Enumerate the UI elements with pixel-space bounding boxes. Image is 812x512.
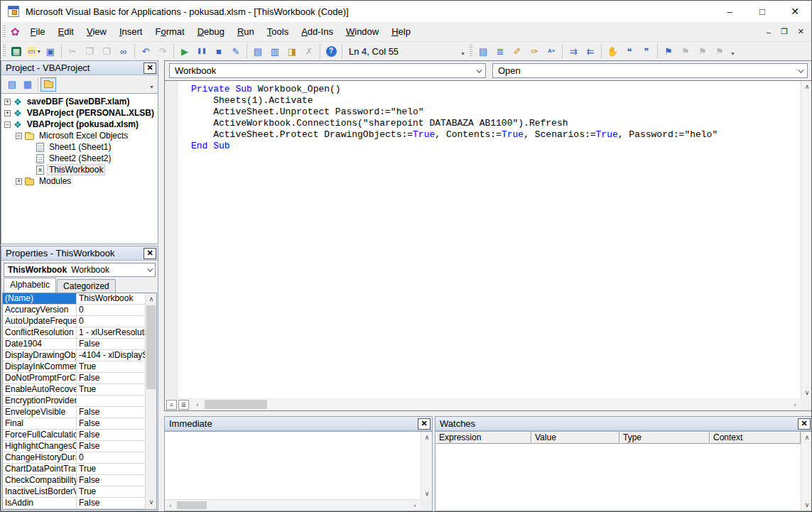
property-value[interactable]: False	[77, 418, 145, 429]
scroll-down-icon[interactable]: ∨	[146, 496, 157, 508]
property-row[interactable]: HighlightChangesOnFalse	[3, 441, 145, 452]
property-name[interactable]: Date1904	[3, 339, 77, 349]
property-value[interactable]: False	[77, 407, 145, 418]
uncomment-block-button[interactable]: ❞	[638, 43, 655, 59]
property-row[interactable]: (Name)ThisWorkbook	[3, 293, 145, 305]
collapse-icon[interactable]: −	[4, 121, 11, 128]
property-value[interactable]: 0	[77, 316, 145, 327]
property-row[interactable]: EnvelopeVisibleFalse	[3, 407, 145, 418]
immediate-panel-header[interactable]: Immediate ✕	[165, 417, 432, 431]
immediate-vertical-scrollbar[interactable]: ∧ ∨	[421, 432, 432, 499]
project-explorer-button[interactable]: ▤	[249, 43, 266, 59]
clear-bookmarks-button[interactable]: ⚑	[711, 43, 728, 59]
object-dropdown[interactable]: Workbook	[169, 63, 486, 78]
property-row[interactable]: ChangeHistoryDurat0	[3, 452, 145, 464]
full-module-view-button[interactable]: ≣	[178, 400, 189, 410]
menu-debug[interactable]: Debug	[191, 22, 231, 41]
property-name[interactable]: (Name)	[3, 293, 77, 304]
code-line[interactable]: End Sub	[191, 141, 801, 152]
procedure-view-button[interactable]: ≡	[166, 400, 177, 410]
property-row[interactable]: Date1904False	[3, 339, 145, 350]
property-row[interactable]: EnableAutoRecoverTrue	[3, 384, 145, 396]
property-row[interactable]: InactiveListBorderVisTrue	[3, 486, 145, 498]
close-button[interactable]: ✕	[779, 1, 811, 22]
scroll-down-icon[interactable]: ∨	[801, 499, 812, 511]
menu-format[interactable]: Format	[148, 22, 190, 41]
toolbar-grip[interactable]	[470, 45, 472, 58]
tree-item[interactable]: Sheet1 (Sheet1)	[1, 141, 158, 153]
menu-tools[interactable]: Tools	[261, 22, 295, 41]
property-value[interactable]: True	[77, 384, 145, 395]
code-immediate-splitter[interactable]	[164, 411, 812, 416]
property-value[interactable]: False	[77, 441, 145, 452]
design-mode-button[interactable]: ✎	[227, 43, 244, 59]
scroll-down-icon[interactable]: ∨	[801, 387, 812, 398]
watches-content[interactable]: ExpressionValueTypeContext ∧ ∨	[435, 431, 812, 511]
menu-addins[interactable]: Add-Ins	[295, 22, 340, 41]
code-line[interactable]: Private Sub Workbook_Open()	[191, 84, 801, 95]
code-text[interactable]: Private Sub Workbook_Open() Sheets(1).Ac…	[178, 81, 801, 398]
property-value[interactable]: False	[77, 475, 145, 486]
property-name[interactable]: DisplayDrawingObje	[3, 350, 77, 361]
code-editor[interactable]: Private Sub Workbook_Open() Sheets(1).Ac…	[165, 80, 812, 398]
tree-item[interactable]: +saveDBF (SaveDBF.xlam)	[1, 96, 158, 107]
properties-object-dropdown[interactable]: ThisWorkbook Workbook	[4, 263, 156, 277]
watches-panel-header[interactable]: Watches ✕	[435, 417, 812, 431]
save-button[interactable]: ▣	[42, 43, 59, 59]
menu-help[interactable]: Help	[385, 22, 417, 41]
toolbar-overflow-button[interactable]: ▾	[728, 43, 737, 59]
toolbar-grip[interactable]	[3, 45, 6, 58]
tree-item[interactable]: −Microsoft Excel Objects	[1, 130, 158, 141]
menu-run[interactable]: Run	[231, 22, 261, 41]
indent-button[interactable]: ⇉	[565, 43, 582, 59]
code-margin-bar[interactable]	[165, 81, 178, 398]
property-name[interactable]: AccuracyVersion	[3, 305, 77, 315]
property-value[interactable]: True	[77, 361, 145, 372]
scroll-thumb[interactable]	[146, 305, 156, 389]
tree-item[interactable]: Sheet2 (Sheet2)	[1, 153, 158, 164]
toolbar-overflow-button[interactable]: ▾	[147, 77, 156, 92]
property-row[interactable]: AutoUpdateFrequen0	[3, 316, 145, 327]
properties-window-button[interactable]: ▥	[266, 43, 283, 59]
project-panel-close-button[interactable]: ✕	[144, 62, 156, 74]
quick-info-button[interactable]: ✐	[509, 43, 526, 59]
previous-bookmark-button[interactable]: ⚑	[694, 43, 711, 59]
scroll-thumb[interactable]	[177, 501, 207, 509]
watches-vertical-scrollbar[interactable]: ∧ ∨	[801, 432, 812, 511]
help-button[interactable]: ?	[323, 43, 340, 59]
project-panel-header[interactable]: Project - VBAProject ✕	[1, 61, 158, 75]
code-line[interactable]: ActiveWorkbook.Connections("sharepoint D…	[191, 118, 801, 129]
property-value[interactable]: -4104 - xlDisplaySh	[77, 350, 145, 361]
property-name[interactable]: HighlightChangesOn	[3, 441, 77, 452]
property-value[interactable]	[77, 396, 145, 406]
tab-alphabetic[interactable]: Alphabetic	[4, 278, 56, 293]
property-row[interactable]: ConflictResolution1 - xlUserResolutio	[3, 327, 145, 339]
cut-button[interactable]: ✂	[64, 43, 81, 59]
property-row[interactable]: ForceFullCalculationFalse	[3, 430, 145, 441]
insert-userform-button[interactable]: ▭▾	[25, 43, 42, 59]
property-value[interactable]: False	[77, 339, 145, 349]
panel-splitter[interactable]	[158, 60, 164, 511]
property-value[interactable]: 1 - xlUserResolutio	[77, 327, 145, 338]
menu-insert[interactable]: Insert	[113, 22, 149, 41]
scroll-right-icon[interactable]: ›	[409, 500, 421, 511]
immediate-panel-close-button[interactable]: ✕	[418, 418, 431, 430]
property-name[interactable]: EnableAutoRecover	[3, 384, 77, 395]
property-value[interactable]: 0	[77, 452, 145, 463]
watches-column-context[interactable]: Context	[710, 432, 801, 444]
tab-categorized[interactable]: Categorized	[57, 279, 116, 293]
maximize-button[interactable]: □	[746, 1, 779, 22]
comment-block-button[interactable]: ❝	[621, 43, 638, 59]
scroll-up-icon[interactable]: ∧	[801, 81, 812, 92]
tree-item[interactable]: ThisWorkbook	[1, 164, 158, 175]
property-row[interactable]: DisplayDrawingObje-4104 - xlDisplaySh	[3, 350, 145, 361]
code-vertical-scrollbar[interactable]: ∧ ∨	[801, 81, 812, 398]
code-line[interactable]: ActiveSheet.Unprotect Password:="helo"	[191, 107, 801, 118]
property-name[interactable]: ConflictResolution	[3, 327, 77, 338]
tree-item[interactable]: +Modules	[1, 175, 158, 187]
view-microsoft-excel-button[interactable]: ▦	[8, 43, 25, 59]
find-button[interactable]: ∞	[115, 43, 132, 59]
scroll-left-icon[interactable]: ‹	[165, 500, 176, 511]
scroll-down-icon[interactable]: ∨	[421, 488, 432, 499]
property-name[interactable]: AutoUpdateFrequen	[3, 316, 77, 327]
